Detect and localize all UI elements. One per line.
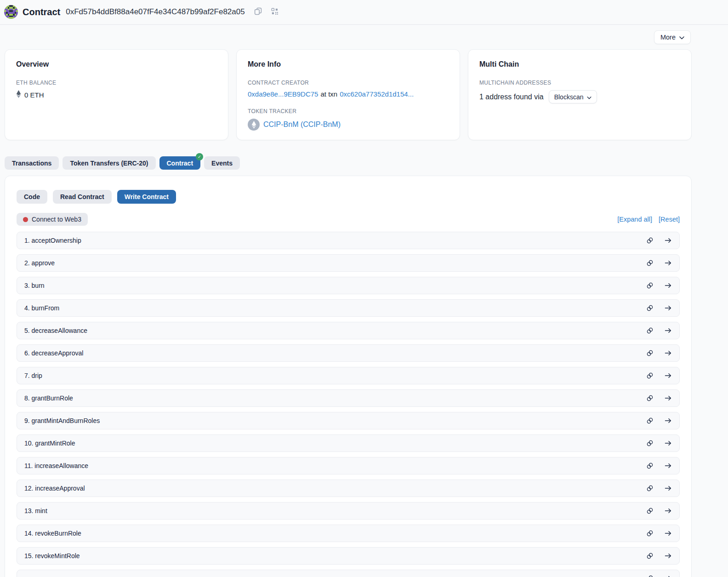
function-row[interactable]: 8. grantBurnRole bbox=[17, 389, 680, 407]
function-row[interactable]: 6. decreaseApproval bbox=[17, 344, 680, 362]
function-row-actions bbox=[646, 372, 672, 379]
connect-row: Connect to Web3 [Expand all] [Reset] bbox=[17, 213, 680, 226]
tab-events[interactable]: Events bbox=[204, 156, 240, 170]
reset-link[interactable]: [Reset] bbox=[659, 216, 680, 223]
function-name: 4. burnFrom bbox=[24, 304, 646, 312]
contract-identicon bbox=[4, 5, 18, 19]
arrow-right-icon[interactable] bbox=[664, 237, 672, 244]
function-row-actions bbox=[646, 485, 672, 492]
function-row[interactable]: 9. grantMintAndBurnRoles bbox=[17, 412, 680, 429]
permalink-icon[interactable] bbox=[646, 552, 654, 560]
token-logo-icon bbox=[248, 119, 260, 131]
function-name: 8. grantBurnRole bbox=[24, 394, 646, 402]
arrow-right-icon[interactable] bbox=[664, 485, 672, 492]
more-button-label: More bbox=[660, 34, 676, 41]
more-info-card-title: More Info bbox=[248, 60, 449, 69]
ethereum-diamond-icon bbox=[16, 90, 21, 99]
expand-all-link[interactable]: [Expand all] bbox=[617, 216, 652, 223]
eth-balance-label: ETH BALANCE bbox=[16, 80, 217, 86]
function-name: 12. increaseApproval bbox=[24, 485, 646, 492]
arrow-right-icon[interactable] bbox=[664, 530, 672, 537]
arrow-right-icon[interactable] bbox=[664, 327, 672, 334]
token-tracker-label: TOKEN TRACKER bbox=[248, 108, 449, 114]
subtab-read-contract[interactable]: Read Contract bbox=[53, 190, 112, 204]
tab-transactions[interactable]: Transactions bbox=[5, 156, 59, 170]
permalink-icon[interactable] bbox=[646, 372, 654, 379]
function-name: 5. decreaseAllowance bbox=[24, 327, 646, 334]
subtab-code[interactable]: Code bbox=[17, 190, 47, 204]
contract-panel: Code Read Contract Write Contract Connec… bbox=[5, 176, 692, 577]
contract-address: 0xFd57b4ddBf88a4e07fF4e34C487b99af2Fe82a… bbox=[66, 7, 245, 17]
qr-code-icon bbox=[271, 8, 279, 17]
function-row[interactable]: 7. drip bbox=[17, 367, 680, 384]
function-name: 13. mint bbox=[24, 507, 646, 514]
function-row[interactable]: 4. burnFrom bbox=[17, 299, 680, 317]
copy-icon bbox=[254, 7, 262, 17]
more-dropdown-button[interactable]: More bbox=[654, 30, 691, 44]
function-row[interactable]: 14. revokeBurnRole bbox=[17, 525, 680, 542]
permalink-icon[interactable] bbox=[646, 327, 654, 334]
overview-card-title: Overview bbox=[16, 60, 217, 69]
function-row-actions bbox=[646, 552, 672, 560]
connect-to-web3-button[interactable]: Connect to Web3 bbox=[17, 213, 88, 226]
verified-check-badge: ✓ bbox=[196, 153, 203, 160]
function-row[interactable]: 12. increaseApproval bbox=[17, 480, 680, 497]
subtab-write-contract[interactable]: Write Contract bbox=[117, 190, 176, 204]
arrow-right-icon[interactable] bbox=[664, 394, 672, 402]
arrow-right-icon[interactable] bbox=[664, 440, 672, 447]
arrow-right-icon[interactable] bbox=[664, 417, 672, 424]
arrow-right-icon[interactable] bbox=[664, 282, 672, 289]
copy-address-button[interactable] bbox=[253, 6, 263, 17]
function-row[interactable]: 1. acceptOwnership bbox=[17, 232, 680, 249]
permalink-icon[interactable] bbox=[646, 417, 654, 424]
function-row[interactable]: 15. revokeMintRole bbox=[17, 547, 680, 565]
tab-contract[interactable]: Contract ✓ bbox=[159, 156, 201, 170]
function-name: 2. approve bbox=[24, 259, 646, 267]
permalink-icon[interactable] bbox=[646, 440, 654, 447]
qr-code-button[interactable] bbox=[270, 7, 279, 17]
permalink-icon[interactable] bbox=[646, 462, 654, 469]
permalink-icon[interactable] bbox=[646, 282, 654, 289]
arrow-right-icon[interactable] bbox=[664, 575, 672, 577]
permalink-icon[interactable] bbox=[646, 485, 654, 492]
arrow-right-icon[interactable] bbox=[664, 259, 672, 267]
multichain-addresses-label: MULTICHAIN ADDRESSES bbox=[479, 80, 680, 86]
function-row-actions bbox=[646, 237, 672, 244]
function-row[interactable]: 5. decreaseAllowance bbox=[17, 322, 680, 339]
function-list: 1. acceptOwnership 2. approve bbox=[17, 232, 680, 577]
page-content: More Overview ETH BALANCE 0 ETH More In bbox=[5, 30, 692, 577]
creation-txn-link[interactable]: 0xc620a77352d1d154... bbox=[340, 90, 414, 98]
permalink-icon[interactable] bbox=[646, 530, 654, 537]
arrow-right-icon[interactable] bbox=[664, 349, 672, 357]
arrow-right-icon[interactable] bbox=[664, 462, 672, 469]
arrow-right-icon[interactable] bbox=[664, 507, 672, 514]
function-row[interactable]: 3. burn bbox=[17, 277, 680, 294]
contract-creator-label: CONTRACT CREATOR bbox=[248, 80, 449, 86]
arrow-right-icon[interactable] bbox=[664, 372, 672, 379]
tab-token-transfers[interactable]: Token Transfers (ERC-20) bbox=[63, 156, 155, 170]
function-row[interactable]: 2. approve bbox=[17, 254, 680, 272]
function-row-partial[interactable] bbox=[17, 570, 680, 577]
creator-address-link[interactable]: 0xda9e8e...9EB9DC75 bbox=[248, 90, 318, 98]
function-name: 3. burn bbox=[24, 282, 646, 289]
arrow-right-icon[interactable] bbox=[664, 552, 672, 560]
permalink-icon[interactable] bbox=[646, 304, 654, 312]
contract-subtabs: Code Read Contract Write Contract bbox=[17, 190, 680, 204]
function-row[interactable]: 13. mint bbox=[17, 502, 680, 520]
arrow-right-icon[interactable] bbox=[664, 304, 672, 312]
permalink-icon[interactable] bbox=[646, 237, 654, 244]
function-name: 11. increaseAllowance bbox=[24, 462, 646, 469]
permalink-icon[interactable] bbox=[646, 575, 654, 577]
function-row[interactable]: 11. increaseAllowance bbox=[17, 457, 680, 474]
permalink-icon[interactable] bbox=[646, 394, 654, 402]
permalink-icon[interactable] bbox=[646, 349, 654, 357]
info-cards: Overview ETH BALANCE 0 ETH More Info CON… bbox=[5, 49, 692, 140]
token-tracker-link[interactable]: CCIP-BnM (CCIP-BnM) bbox=[263, 120, 341, 129]
function-row[interactable]: 10. grantMintRole bbox=[17, 434, 680, 452]
permalink-icon[interactable] bbox=[646, 507, 654, 514]
function-row-actions bbox=[646, 462, 672, 469]
function-name: 14. revokeBurnRole bbox=[24, 530, 646, 537]
function-row-actions bbox=[646, 304, 672, 312]
permalink-icon[interactable] bbox=[646, 259, 654, 267]
multichain-provider-select[interactable]: Blockscan bbox=[549, 90, 597, 103]
